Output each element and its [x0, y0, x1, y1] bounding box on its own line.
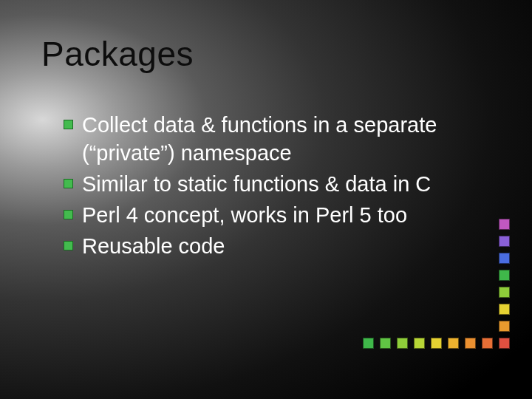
- deco-square-icon: [380, 338, 391, 349]
- deco-square-icon: [363, 338, 374, 349]
- bullet-text: Perl 4 concept, works in Perl 5 too: [82, 201, 407, 229]
- deco-square-icon: [448, 338, 459, 349]
- bullet-text: Collect data & functions in a separate (…: [82, 111, 488, 167]
- deco-square-icon: [431, 338, 442, 349]
- square-bullet-icon: [64, 120, 73, 129]
- slide-title: Packages: [41, 34, 194, 74]
- deco-square-icon: [465, 338, 476, 349]
- bullet-text: Similar to static functions & data in C: [82, 170, 431, 198]
- deco-square-icon: [499, 287, 510, 298]
- deco-square-icon: [499, 304, 510, 315]
- square-bullet-icon: [64, 179, 73, 188]
- deco-square-icon: [482, 338, 493, 349]
- deco-square-icon: [499, 321, 510, 332]
- deco-square-icon: [499, 236, 510, 247]
- slide-body: Collect data & functions in a separate (…: [64, 111, 488, 263]
- bullet-text: Reusable code: [82, 232, 225, 260]
- deco-square-icon: [499, 219, 510, 230]
- deco-square-icon: [499, 253, 510, 264]
- square-bullet-icon: [64, 241, 73, 250]
- list-item: Reusable code: [64, 232, 488, 260]
- list-item: Collect data & functions in a separate (…: [64, 111, 488, 167]
- deco-square-icon: [397, 338, 408, 349]
- deco-square-icon: [414, 338, 425, 349]
- deco-square-icon: [499, 270, 510, 281]
- square-bullet-icon: [64, 210, 73, 219]
- slide: Packages Collect data & functions in a s…: [0, 0, 532, 399]
- list-item: Similar to static functions & data in C: [64, 170, 488, 198]
- deco-square-icon: [499, 338, 510, 349]
- list-item: Perl 4 concept, works in Perl 5 too: [64, 201, 488, 229]
